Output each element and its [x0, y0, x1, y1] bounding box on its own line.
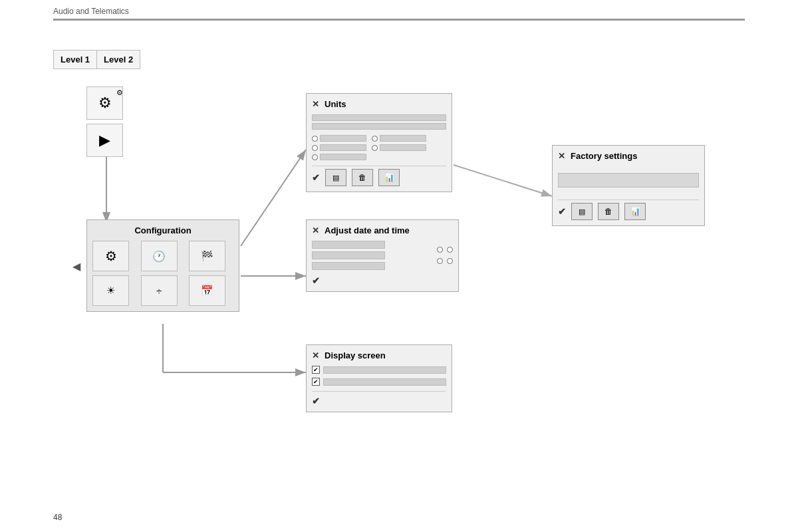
units-bar-short-2a: [320, 144, 366, 151]
gear-sub-icon: ⚙: [116, 88, 123, 97]
display-checkbox-2[interactable]: ✔: [312, 378, 320, 386]
units-panel-footer: ✔ ▤ 🗑 📊: [312, 166, 446, 186]
units-top-bars: [312, 114, 446, 130]
units-radio-2a[interactable]: [312, 144, 366, 151]
units-stats-button[interactable]: 📊: [378, 169, 400, 186]
factory-content: [558, 166, 699, 194]
settings-icon-cell[interactable]: ⚙ ⚙: [86, 86, 123, 120]
factory-panel-footer: ✔ ▤ 🗑 📊: [558, 200, 699, 220]
units-trash-button[interactable]: 🗑: [352, 169, 373, 186]
config-icons-grid: ⚙ 🕐 🏁 ☀ ÷ 📅: [92, 241, 233, 306]
radio-circle-2a: [312, 145, 318, 151]
gear-icon: ⚙: [98, 94, 112, 112]
display-checkbox-1[interactable]: ✔: [312, 366, 320, 374]
factory-stats-button[interactable]: 📊: [624, 203, 646, 220]
display-content: ✔ ✔: [312, 366, 446, 386]
page-header-title: Audio and Telematics: [53, 7, 745, 16]
units-radio-3a[interactable]: [312, 154, 366, 160]
display-close-button[interactable]: ✕: [312, 350, 319, 360]
menu-icon: ▤: [332, 174, 339, 182]
units-radio-row-3: [312, 154, 446, 160]
factory-confirm-button[interactable]: ✔: [558, 206, 566, 217]
factory-panel: ✕ Factory settings ✔ ▤ 🗑 📊: [552, 145, 705, 226]
radio-circle-1a: [312, 136, 318, 142]
display-panel-header: ✕ Display screen: [312, 350, 446, 360]
trash-icon: 🗑: [358, 173, 366, 182]
signin-icon-cell[interactable]: ▶: [86, 124, 123, 157]
factory-trash-button[interactable]: 🗑: [598, 203, 619, 220]
units-bar-short-3a: [320, 154, 366, 160]
datetime-bar-2: [312, 251, 385, 259]
factory-bar: [558, 173, 699, 188]
units-confirm-button[interactable]: ✔: [312, 172, 320, 183]
units-menu-button[interactable]: ▤: [325, 169, 346, 186]
units-radio-row-2: [312, 144, 446, 151]
display-checkbox-row-1: ✔: [312, 366, 446, 374]
calendar-icon: 📅: [201, 285, 213, 297]
svg-line-7: [454, 165, 552, 196]
level-table: Level 1 Level 2: [53, 50, 140, 69]
config-icon-settings[interactable]: ⚙: [92, 241, 129, 271]
display-panel-title: Display screen: [325, 350, 386, 360]
factory-menu-button[interactable]: ▤: [571, 203, 593, 220]
time-icon: 🕐: [152, 250, 166, 263]
brightness-icon: ☀: [106, 285, 115, 297]
units-panel: ✕ Units: [306, 93, 452, 192]
factory-panel-title: Factory settings: [571, 151, 637, 161]
radio-circle-3a: [312, 154, 318, 160]
datetime-bar-3: [312, 262, 385, 270]
dt-radio-2a[interactable]: [437, 258, 443, 264]
units-radio-row-1: [312, 135, 446, 142]
config-back-button[interactable]: ◀: [72, 259, 80, 272]
config-title: Configuration: [92, 225, 233, 235]
factory-menu-icon: ▤: [579, 207, 585, 216]
units-bar-short-2b: [380, 144, 426, 151]
stats-icon: 📊: [384, 173, 394, 182]
display-confirm-button[interactable]: ✔: [312, 396, 320, 406]
datetime-close-button[interactable]: ✕: [312, 225, 319, 235]
config-icon-flag[interactable]: 🏁: [189, 241, 225, 271]
units-radio-1a[interactable]: [312, 135, 366, 142]
units-bar-1: [312, 114, 446, 121]
datetime-right-col: [437, 241, 453, 270]
dt-radio-2b[interactable]: [447, 258, 453, 264]
dt-radio-1b[interactable]: [447, 247, 453, 253]
datetime-panel: ✕ Adjust date and time ✔: [306, 219, 459, 292]
flag-icon: 🏁: [201, 250, 213, 262]
radio-circle-1b: [372, 136, 378, 142]
datetime-footer: ✔: [312, 275, 453, 286]
factory-stats-icon: 📊: [630, 207, 640, 216]
config-icon-calc[interactable]: ÷: [141, 275, 178, 306]
display-panel: ✕ Display screen ✔ ✔ ✔: [306, 344, 452, 412]
units-content: [312, 114, 446, 160]
factory-close-button[interactable]: ✕: [558, 151, 565, 161]
factory-trash-icon: 🗑: [604, 207, 612, 216]
datetime-panel-title: Adjust date and time: [325, 225, 410, 235]
datetime-panel-header: ✕ Adjust date and time: [312, 225, 453, 235]
units-bar-2: [312, 123, 446, 130]
config-icon-time[interactable]: 🕐: [141, 241, 178, 271]
datetime-left-col: [312, 241, 432, 270]
level1-header: Level 1: [54, 51, 97, 69]
configuration-box: ◀ Configuration ⚙ 🕐 🏁 ☀ ÷ 📅: [86, 219, 239, 312]
display-footer: ✔: [312, 391, 446, 406]
config-icon-brightness[interactable]: ☀: [92, 275, 129, 306]
datetime-confirm-button[interactable]: ✔: [312, 275, 320, 286]
svg-line-3: [241, 150, 306, 246]
units-bar-short-1a: [320, 135, 366, 142]
units-radio-2b[interactable]: [372, 144, 426, 151]
units-radio-1b[interactable]: [372, 135, 426, 142]
units-close-button[interactable]: ✕: [312, 99, 319, 109]
factory-panel-header: ✕ Factory settings: [558, 151, 699, 161]
dt-radio-1a[interactable]: [437, 247, 443, 253]
units-panel-header: ✕ Units: [312, 99, 446, 109]
display-bar-1: [323, 366, 446, 374]
radio-circle-2b: [372, 145, 378, 151]
config-icon-calendar[interactable]: 📅: [189, 275, 225, 306]
datetime-content: [312, 241, 453, 270]
page-number: 48: [53, 513, 62, 522]
calculator-icon: ÷: [156, 285, 162, 297]
level1-icon-area: ⚙ ⚙ ▶: [86, 86, 126, 157]
display-checkbox-row-2: ✔: [312, 378, 446, 386]
signin-icon: ▶: [99, 132, 110, 149]
